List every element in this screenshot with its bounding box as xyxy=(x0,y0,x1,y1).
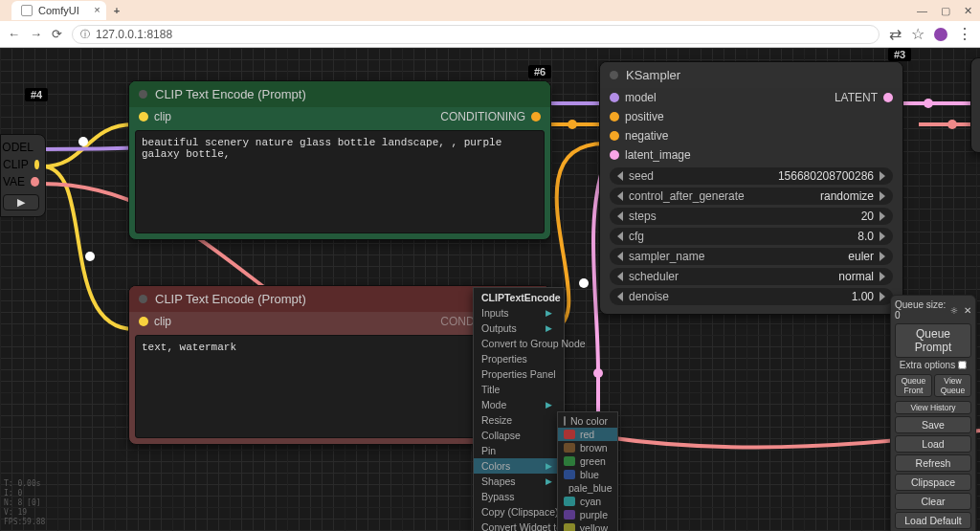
color-option[interactable]: blue xyxy=(558,468,617,481)
graph-canvas[interactable]: #4 #6 #3 ODEL CLIP VAE ▶ CLIP Text Encod… xyxy=(0,48,980,531)
forward-icon[interactable]: → xyxy=(30,27,42,41)
view-queue-button[interactable]: View Queue xyxy=(934,374,971,397)
menu-item[interactable]: Properties Panel xyxy=(474,366,564,382)
new-tab-button[interactable]: + xyxy=(114,5,120,16)
tab-close-icon[interactable]: × xyxy=(94,4,100,15)
menu-item[interactable]: Mode▶ xyxy=(474,397,564,412)
output-port[interactable] xyxy=(31,177,39,187)
profile-avatar[interactable] xyxy=(934,28,947,41)
node-fragment-checkpoint[interactable]: ODEL CLIP VAE ▶ xyxy=(0,134,46,217)
collapse-toggle[interactable] xyxy=(139,90,147,99)
output-port[interactable] xyxy=(531,112,541,122)
panel-close-icon[interactable]: ✕ xyxy=(964,305,971,316)
svg-point-5 xyxy=(924,99,933,108)
clipspace-button[interactable]: Clipspace xyxy=(895,474,971,491)
widget-cfg[interactable]: cfg8.0 xyxy=(610,228,893,245)
widget-scheduler[interactable]: schedulernormal xyxy=(610,268,893,285)
window-minimize-icon[interactable]: — xyxy=(917,5,927,17)
menu-item[interactable]: Inputs▶ xyxy=(474,305,564,321)
color-option[interactable]: green xyxy=(558,454,617,468)
tab-title: ComfyUI xyxy=(38,5,79,16)
load-button[interactable]: Load xyxy=(895,435,971,453)
node-badge: #3 xyxy=(888,48,911,61)
site-info-icon[interactable]: ⓘ xyxy=(80,28,90,41)
clear-button[interactable]: Clear xyxy=(895,493,971,510)
menu-item[interactable]: Properties xyxy=(474,351,564,366)
svg-point-4 xyxy=(593,368,603,378)
window-maximize-icon[interactable]: ▢ xyxy=(941,5,950,17)
input-label: clip xyxy=(154,110,171,123)
menu-item[interactable]: Convert to Group Node xyxy=(474,336,564,351)
widget-sampler_name[interactable]: sampler_nameeuler xyxy=(610,248,893,265)
menu-item[interactable]: Convert Widget to Input▶ xyxy=(474,520,564,531)
menu-item[interactable]: Title xyxy=(474,382,564,397)
translate-icon[interactable]: ⇄ xyxy=(889,25,902,43)
color-submenu[interactable]: No colorredbrowngreenbluepale_bluecyanpu… xyxy=(557,411,618,531)
color-option[interactable]: pale_blue xyxy=(558,481,617,495)
widget-steps[interactable]: steps20 xyxy=(610,208,893,225)
menu-item[interactable]: Bypass xyxy=(474,489,564,504)
color-option[interactable]: cyan xyxy=(558,495,617,508)
extra-options-checkbox[interactable]: Extra options xyxy=(895,360,971,370)
queue-panel[interactable]: Queue size: 0 ✕ Queue Prompt Extra optio… xyxy=(890,295,976,531)
reload-icon[interactable]: ⟳ xyxy=(52,27,62,41)
menu-item[interactable]: Resize xyxy=(474,412,564,428)
output-label: ODEL xyxy=(2,141,33,154)
output-label: VAE xyxy=(3,175,25,188)
output-label: CLIP xyxy=(3,158,29,171)
load-default-button[interactable]: Load Default xyxy=(895,512,971,529)
menu-item[interactable]: Copy (Clipspace) xyxy=(474,504,564,520)
window-close-icon[interactable]: ✕ xyxy=(964,5,972,17)
url-field[interactable]: ⓘ 127.0.0.1:8188 xyxy=(72,25,880,44)
color-option[interactable]: red xyxy=(558,428,617,441)
menu-item[interactable]: Pin xyxy=(474,443,564,458)
widget-denoise[interactable]: denoise1.00 xyxy=(610,288,893,305)
perf-stats: T: 0.00sI: 0N: 8 [0]V: 19FPS:59.88 xyxy=(4,479,45,527)
input-label: negative xyxy=(625,129,668,143)
queue-front-button[interactable]: Queue Front xyxy=(895,374,932,397)
node-ksampler[interactable]: KSampler model LATENT positive negative … xyxy=(599,61,903,315)
output-label: CONDITIONING xyxy=(440,110,525,123)
input-port[interactable] xyxy=(139,317,148,326)
browser-tab[interactable]: ComfyUI × xyxy=(11,1,106,20)
favicon xyxy=(21,5,33,16)
output-port[interactable] xyxy=(34,160,39,169)
node-title: KSampler xyxy=(626,68,680,82)
input-port[interactable] xyxy=(610,112,619,122)
color-option[interactable]: yellow xyxy=(558,521,617,531)
input-label: positive xyxy=(625,110,664,123)
input-port[interactable] xyxy=(610,150,619,160)
output-port[interactable] xyxy=(883,93,893,102)
node-clip-text-encode-positive[interactable]: CLIP Text Encode (Prompt) clip CONDITION… xyxy=(128,80,551,240)
color-option[interactable]: No color xyxy=(558,414,617,428)
back-icon[interactable]: ← xyxy=(8,27,20,41)
menu-item[interactable]: Colors▶ xyxy=(474,458,564,474)
url-text: 127.0.0.1:8188 xyxy=(96,28,172,41)
run-button[interactable]: ▶ xyxy=(3,194,39,210)
color-option[interactable]: brown xyxy=(558,441,617,454)
widget-control_after_generate[interactable]: control_after_generaterandomize xyxy=(610,188,893,205)
menu-item[interactable]: Shapes▶ xyxy=(474,474,564,489)
menu-icon[interactable]: ⋮ xyxy=(957,25,972,43)
collapse-toggle[interactable] xyxy=(139,295,147,303)
refresh-button[interactable]: Refresh xyxy=(895,454,971,472)
node-badge: #6 xyxy=(528,65,551,78)
color-option[interactable]: purple xyxy=(558,508,617,521)
save-button[interactable]: Save xyxy=(895,416,971,433)
prompt-textarea[interactable]: beautiful scenery nature glass bottle la… xyxy=(135,130,545,233)
node-fragment-right[interactable] xyxy=(970,57,980,153)
queue-prompt-button[interactable]: Queue Prompt xyxy=(895,323,971,358)
input-port[interactable] xyxy=(610,93,619,102)
collapse-toggle[interactable] xyxy=(610,71,618,79)
input-port[interactable] xyxy=(610,131,619,141)
bookmark-icon[interactable]: ☆ xyxy=(911,25,924,43)
widget-seed[interactable]: seed156680208700286 xyxy=(610,167,893,185)
view-history-button[interactable]: View History xyxy=(895,401,971,414)
svg-point-0 xyxy=(78,137,88,146)
node-title: CLIP Text Encode (Prompt) xyxy=(155,87,306,101)
input-port[interactable] xyxy=(139,112,148,122)
gear-icon[interactable] xyxy=(950,306,958,315)
context-menu[interactable]: CLIPTextEncodeInputs▶Outputs▶Convert to … xyxy=(473,287,565,531)
menu-item[interactable]: Outputs▶ xyxy=(474,321,564,336)
menu-item[interactable]: Collapse xyxy=(474,428,564,443)
